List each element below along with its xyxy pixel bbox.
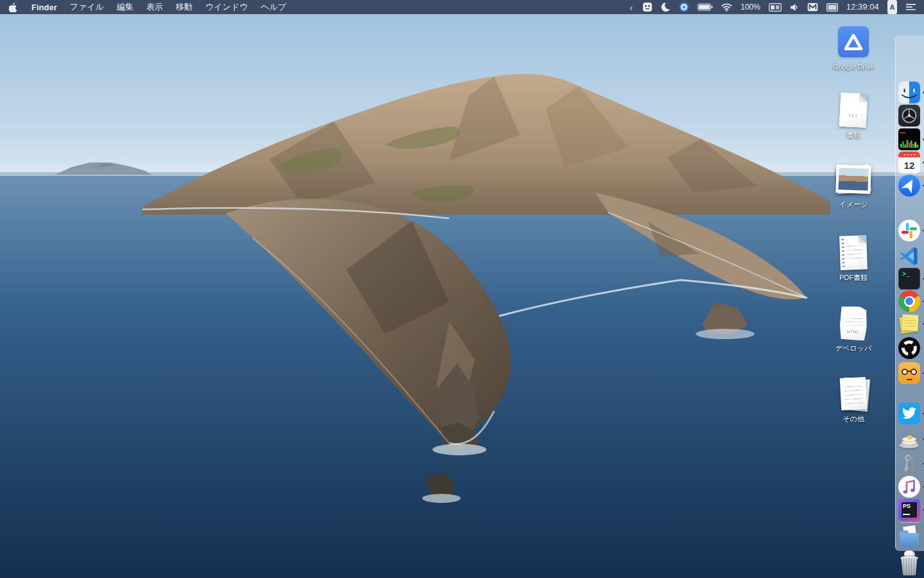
stickies-icon [898,313,920,335]
crescent-app-icon[interactable] [661,0,671,14]
dock-item-trash[interactable] [898,550,920,576]
desktop-icon-label: その他 [823,415,884,423]
desktop-icon-images[interactable]: イメージ [823,161,884,208]
desktop-icon-other[interactable]: その他 [823,375,884,423]
apple-menu[interactable] [0,0,25,14]
menu-file[interactable]: ファイル [64,0,110,14]
menu-go[interactable]: 移動 [169,0,199,14]
dock-item-calendar[interactable]: 12 [898,152,920,173]
calendar-day: 12 [898,157,920,173]
chrome-icon [898,290,920,312]
lens-utility-icon [898,105,920,127]
dock-item-finder[interactable] [898,82,920,103]
finder-icon [898,82,920,103]
dock-item-slack[interactable] [898,220,920,241]
dock-item-music[interactable] [898,476,920,498]
menu-bar-status: ‹ 100% 12:39:04 A [628,0,924,14]
file-type-badge: TXT [839,112,866,118]
obs-icon [898,337,920,359]
apple-logo-icon [9,3,17,12]
folder-with-document-icon [898,526,920,548]
desktop-icon-pdf-documents[interactable]: PDF書類 [823,234,884,281]
dock-item-obs[interactable] [898,337,920,359]
smiley-app-icon[interactable] [642,0,653,14]
menu-help[interactable]: ヘルプ [254,0,293,14]
menubar-clock[interactable]: 12:39:04 [846,0,879,14]
menu-bar: Finder ファイル 編集 表示 移動 ウインドウ ヘルプ ‹ 100% [0,0,924,14]
desktop-icon-label: イメージ [823,200,884,208]
notification-list-icon[interactable] [905,0,916,14]
calendar-icon: 12 [898,152,920,173]
dock-item-vscode[interactable] [898,245,920,267]
desktop-icon-label: デベロッパ [823,344,884,352]
dock-item-audio-spectrum[interactable] [898,128,920,150]
dock-item-twitter[interactable] [898,403,920,425]
terminal-prompt: >_ [902,272,910,278]
dock-item-downloads-folder[interactable] [898,526,920,548]
audio-spectrum-icon [898,128,920,150]
menu-view[interactable]: 表示 [140,0,169,14]
stats-badge-icon[interactable] [769,0,782,14]
battery-icon[interactable] [697,0,713,14]
dock-item-stickies[interactable] [898,313,920,335]
desktop-icon-documents[interactable]: TXT 書類 [823,91,884,139]
text-document-icon: TXT [839,92,868,127]
desktop-icon-label: 書類 [823,131,884,139]
wifi-icon[interactable] [721,0,732,14]
keyboard-app-icon[interactable] [807,0,818,14]
menu-app-name[interactable]: Finder [25,0,64,14]
dock-item-lens-utility[interactable] [898,105,920,127]
pancake-icon [898,428,920,450]
pdf-document-icon [839,235,868,270]
phpstorm-icon: PS [898,499,920,521]
dock-item-keychain[interactable] [898,453,920,475]
keys-icon [898,453,920,475]
file-type-badge: HTML [839,329,866,334]
terminal-icon: >_ [898,268,920,290]
blue-circle-app-icon[interactable] [679,0,689,14]
music-note-icon [898,476,920,498]
desktop-icon-label: Google Drive [823,63,884,71]
vscode-icon [898,245,920,267]
slack-icon [898,220,920,241]
dock-item-pancake-app[interactable] [898,428,920,450]
dock-divider [900,521,920,522]
trash-full-icon [898,550,920,576]
desktop-wallpaper[interactable] [0,0,924,578]
menu-bar-left: Finder ファイル 編集 表示 移動 ウインドウ ヘルプ [0,0,293,14]
dock-item-maps[interactable] [898,175,920,197]
dock-item-nerd-face-app[interactable] [898,362,920,384]
desktop-icon-google-drive[interactable]: Google Drive [823,23,884,71]
twitter-bird-icon [898,403,920,425]
document-stack-icon [840,377,868,410]
volume-icon[interactable] [790,0,799,14]
html-document-icon: HTML [839,306,868,340]
battery-percentage[interactable]: 100% [740,0,760,14]
dock-item-phpstorm[interactable]: PS [898,499,920,521]
maps-icon [898,175,920,197]
dock-item-chrome[interactable] [898,290,920,312]
menubar-collapse-chevron[interactable]: ‹ [628,0,634,14]
desktop-icon-label: PDF書類 [823,274,884,281]
menu-edit[interactable]: 編集 [110,0,140,14]
desktop-icon-developer[interactable]: HTML デベロッパ [823,304,884,352]
google-drive-icon [838,26,869,57]
display-icon[interactable] [826,0,838,14]
phpstorm-label: PS [903,504,917,509]
image-stack-icon [835,164,871,194]
input-source-badge[interactable]: A [887,0,897,14]
nerd-face-icon [898,362,920,384]
menu-window[interactable]: ウインドウ [199,0,255,14]
dock: 12 >_ [895,35,924,551]
dock-item-terminal[interactable]: >_ [898,268,920,290]
